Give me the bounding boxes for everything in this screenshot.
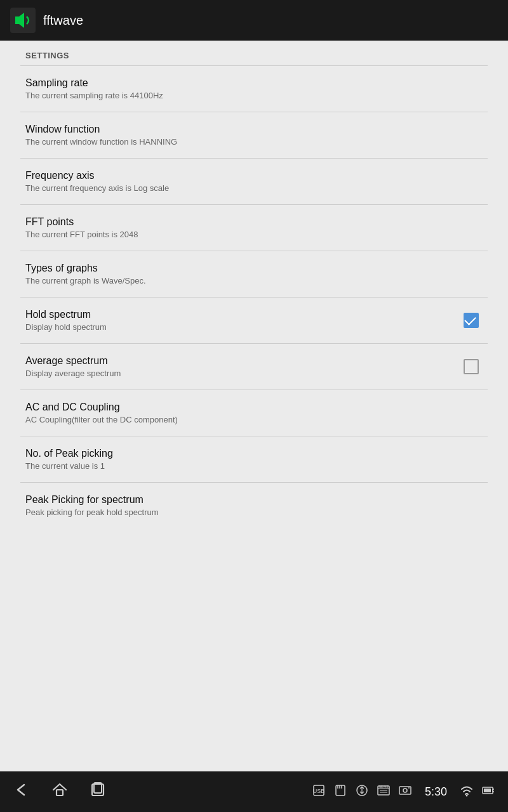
settings-text-types-of-graphs: Types of graphsThe current graph is Wave… bbox=[25, 263, 483, 285]
photo-icon bbox=[398, 783, 412, 801]
svg-rect-7 bbox=[336, 785, 345, 796]
usb2-icon bbox=[355, 783, 369, 801]
svg-point-18 bbox=[403, 789, 407, 792]
settings-title-peak-picking-spectrum: Peak Picking for spectrum bbox=[25, 494, 483, 506]
settings-text-frequency-axis: Frequency axisThe current frequency axis… bbox=[25, 170, 483, 193]
settings-text-peak-picking-no: No. of Peak pickingThe current value is … bbox=[25, 448, 483, 471]
settings-title-ac-dc-coupling: AC and DC Coupling bbox=[25, 402, 483, 413]
settings-subtitle-window-function: The current window function is HANNING bbox=[25, 137, 483, 147]
checkbox-hold-spectrum[interactable] bbox=[460, 309, 483, 332]
settings-text-window-function: Window functionThe current window functi… bbox=[25, 124, 483, 147]
settings-item-types-of-graphs[interactable]: Types of graphsThe current graph is Wave… bbox=[0, 251, 508, 297]
settings-subtitle-fft-points: The current FFT points is 2048 bbox=[25, 230, 483, 239]
settings-title-window-function: Window function bbox=[25, 124, 483, 135]
settings-item-ac-dc-coupling[interactable]: AC and DC CouplingAC Coupling(filter out… bbox=[0, 390, 508, 436]
news-icon: NEWS bbox=[377, 783, 391, 801]
nav-right: USB NEWS bbox=[312, 783, 495, 801]
nav-bar: USB NEWS bbox=[0, 771, 508, 812]
settings-title-average-spectrum: Average spectrum bbox=[25, 355, 460, 367]
settings-title-types-of-graphs: Types of graphs bbox=[25, 263, 483, 274]
settings-item-peak-picking-spectrum[interactable]: Peak Picking for spectrumPeak picking fo… bbox=[0, 483, 508, 528]
battery-icon bbox=[481, 783, 495, 801]
settings-text-sampling-rate: Sampling rateThe current sampling rate i… bbox=[25, 77, 483, 100]
settings-subtitle-ac-dc-coupling: AC Coupling(filter out the DC component) bbox=[25, 415, 483, 424]
settings-list: Sampling rateThe current sampling rate i… bbox=[0, 66, 508, 528]
checkbox-unchecked-icon bbox=[464, 359, 479, 374]
settings-item-window-function[interactable]: Window functionThe current window functi… bbox=[0, 112, 508, 158]
settings-title-hold-spectrum: Hold spectrum bbox=[25, 309, 460, 320]
settings-item-frequency-axis[interactable]: Frequency axisThe current frequency axis… bbox=[0, 159, 508, 204]
app-title: fftwave bbox=[43, 13, 83, 28]
settings-title-frequency-axis: Frequency axis bbox=[25, 170, 483, 181]
settings-subtitle-sampling-rate: The current sampling rate is 44100Hz bbox=[25, 91, 483, 100]
settings-title-sampling-rate: Sampling rate bbox=[25, 77, 483, 89]
recent-button[interactable] bbox=[89, 781, 107, 802]
settings-item-hold-spectrum[interactable]: Hold spectrumDisplay hold spectrum bbox=[0, 298, 508, 343]
svg-point-19 bbox=[408, 787, 410, 789]
settings-subtitle-peak-picking-no: The current value is 1 bbox=[25, 461, 483, 471]
nav-left bbox=[13, 781, 107, 802]
settings-subtitle-types-of-graphs: The current graph is Wave/Spec. bbox=[25, 276, 483, 285]
usb-icon: USB bbox=[312, 783, 326, 801]
settings-text-fft-points: FFT pointsThe current FFT points is 2048 bbox=[25, 216, 483, 239]
svg-text:USB: USB bbox=[313, 788, 325, 794]
settings-subtitle-peak-picking-spectrum: Peak picking for peak hold spectrum bbox=[25, 508, 483, 517]
main-content: SETTINGS Sampling rateThe current sampli… bbox=[0, 41, 508, 812]
settings-title-fft-points: FFT points bbox=[25, 216, 483, 228]
settings-text-average-spectrum: Average spectrumDisplay average spectrum bbox=[25, 355, 460, 378]
svg-rect-22 bbox=[484, 789, 491, 792]
time-display: 5:30 bbox=[425, 785, 447, 799]
settings-header: SETTINGS bbox=[0, 41, 508, 65]
app-bar: fftwave bbox=[0, 0, 508, 41]
settings-subtitle-average-spectrum: Display average spectrum bbox=[25, 369, 460, 378]
svg-point-20 bbox=[466, 794, 468, 796]
settings-subtitle-hold-spectrum: Display hold spectrum bbox=[25, 322, 460, 332]
settings-container: SETTINGS Sampling rateThe current sampli… bbox=[0, 41, 508, 528]
sdcard-icon bbox=[333, 783, 347, 801]
app-icon bbox=[10, 8, 36, 33]
checkbox-average-spectrum[interactable] bbox=[460, 355, 483, 378]
back-button[interactable] bbox=[13, 781, 30, 802]
settings-text-peak-picking-spectrum: Peak Picking for spectrumPeak picking fo… bbox=[25, 494, 483, 517]
wifi-icon bbox=[460, 783, 474, 801]
settings-text-ac-dc-coupling: AC and DC CouplingAC Coupling(filter out… bbox=[25, 402, 483, 424]
settings-item-peak-picking-no[interactable]: No. of Peak pickingThe current value is … bbox=[0, 436, 508, 482]
svg-text:NEWS: NEWS bbox=[378, 785, 389, 789]
home-button[interactable] bbox=[51, 781, 69, 802]
settings-text-hold-spectrum: Hold spectrumDisplay hold spectrum bbox=[25, 309, 460, 332]
checkbox-checked-icon bbox=[464, 313, 479, 328]
svg-rect-2 bbox=[57, 790, 63, 796]
settings-title-peak-picking-no: No. of Peak picking bbox=[25, 448, 483, 459]
settings-subtitle-frequency-axis: The current frequency axis is Log scale bbox=[25, 183, 483, 193]
settings-item-fft-points[interactable]: FFT pointsThe current FFT points is 2048 bbox=[0, 205, 508, 251]
settings-item-average-spectrum[interactable]: Average spectrumDisplay average spectrum bbox=[0, 344, 508, 390]
settings-item-sampling-rate[interactable]: Sampling rateThe current sampling rate i… bbox=[0, 66, 508, 112]
